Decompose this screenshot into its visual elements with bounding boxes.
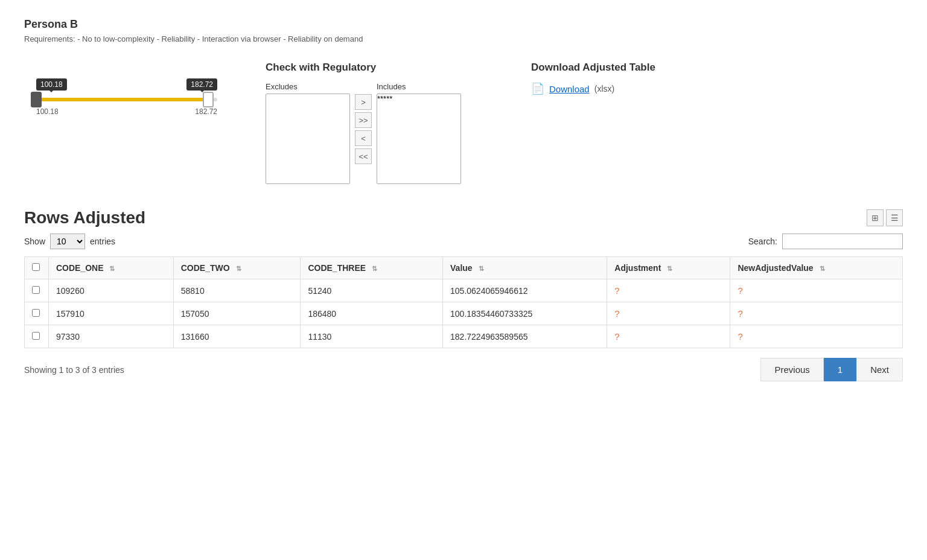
th-code-one[interactable]: CODE_ONE ⇅	[49, 257, 174, 279]
next-button[interactable]: Next	[856, 358, 903, 381]
code-three-cell: 186480	[301, 302, 443, 325]
table-head: CODE_ONE ⇅ CODE_TWO ⇅ CODE_THREE ⇅ Value…	[25, 257, 903, 279]
table-controls: Show 10 25 50 100 entries Search:	[24, 234, 903, 249]
code-two-cell: 131660	[173, 325, 301, 348]
grid-icon: ⊞	[871, 213, 879, 223]
table-icon-buttons: ⊞ ☰	[867, 209, 903, 226]
top-section: 100.18 182.72 100.18 182.72 Check with R…	[24, 62, 903, 184]
row-0-checkbox[interactable]	[32, 286, 40, 294]
sort-arrows-code-two: ⇅	[236, 265, 241, 273]
th-code-two[interactable]: CODE_TWO ⇅	[173, 257, 301, 279]
value-cell: 105.0624065946612	[443, 279, 607, 302]
question-mark: ?	[614, 331, 619, 342]
value-cell: 100.18354460733325	[443, 302, 607, 325]
regulatory-controls: Excludes > >> < << Includes *****	[266, 82, 495, 184]
slider-max-label: 182.72	[195, 107, 217, 116]
includes-listbox[interactable]: *****	[377, 94, 461, 184]
slider-right-tooltip: 182.72	[186, 78, 217, 91]
table-header-row: Rows Adjusted ⊞ ☰	[24, 208, 903, 228]
adjustment-cell: ?	[607, 325, 730, 348]
previous-button[interactable]: Previous	[760, 358, 823, 381]
th-value[interactable]: Value ⇅	[443, 257, 607, 279]
code-three-cell: 51240	[301, 279, 443, 302]
table-grid-icon-btn[interactable]: ⊞	[867, 209, 884, 226]
sort-arrows-new-adjusted: ⇅	[820, 265, 825, 273]
page-title: Persona B	[24, 18, 903, 31]
slider-container: 100.18 182.72 100.18 182.72	[24, 62, 229, 116]
select-all-checkbox[interactable]	[32, 263, 40, 271]
question-mark: ?	[737, 331, 742, 342]
download-format: (xlsx)	[594, 84, 614, 94]
adjustment-cell: ?	[607, 279, 730, 302]
table-title: Rows Adjusted	[24, 208, 145, 228]
adjustment-cell: ?	[607, 302, 730, 325]
search-input[interactable]	[782, 234, 903, 249]
slider-thumb-left[interactable]	[31, 92, 42, 107]
code-one-cell: 109260	[49, 279, 174, 302]
download-file-icon: 📄	[531, 82, 544, 95]
pagination-buttons: Previous 1 Next	[760, 358, 903, 381]
download-link-container: 📄 Download (xlsx)	[531, 82, 688, 95]
row-checkbox-cell	[25, 325, 49, 348]
new-adjusted-cell: ?	[730, 279, 903, 302]
table-row: 1092605881051240105.0624065946612??	[25, 279, 903, 302]
code-one-cell: 157910	[49, 302, 174, 325]
page-1-button[interactable]: 1	[824, 358, 856, 381]
includes-label: Includes	[377, 82, 461, 91]
includes-group: Includes *****	[377, 82, 461, 184]
excludes-group: Excludes	[266, 82, 350, 184]
sort-arrows-value: ⇅	[479, 265, 484, 273]
excludes-listbox[interactable]	[266, 94, 350, 184]
move-right-btn[interactable]: >	[355, 94, 372, 110]
download-title: Download Adjusted Table	[531, 62, 688, 74]
slider-min-label: 100.18	[36, 107, 59, 116]
slider-labels: 100.18 182.72	[36, 107, 217, 116]
new-adjusted-cell: ?	[730, 325, 903, 348]
move-all-right-btn[interactable]: >>	[355, 112, 372, 128]
sort-arrows-adjustment: ⇅	[667, 265, 672, 273]
entries-select[interactable]: 10 25 50 100	[50, 234, 85, 249]
row-1-checkbox[interactable]	[32, 309, 40, 317]
search-box: Search:	[748, 234, 903, 249]
table-list-icon-btn[interactable]: ☰	[886, 209, 903, 226]
table-header-row-el: CODE_ONE ⇅ CODE_TWO ⇅ CODE_THREE ⇅ Value…	[25, 257, 903, 279]
slider-fill	[36, 98, 208, 101]
question-mark: ?	[737, 285, 742, 296]
slider-left-tooltip: 100.18	[36, 78, 67, 91]
code-one-cell: 97330	[49, 325, 174, 348]
row-2-checkbox[interactable]	[32, 332, 40, 340]
question-mark: ?	[614, 308, 619, 319]
slider-wrapper: 100.18 182.72 100.18 182.72	[36, 98, 217, 116]
download-link[interactable]: Download	[549, 84, 590, 94]
show-entries-control: Show 10 25 50 100 entries	[24, 234, 115, 249]
table-section: Rows Adjusted ⊞ ☰ Show 10 25 50 100 entr…	[24, 208, 903, 381]
table-body: 1092605881051240105.0624065946612??15791…	[25, 279, 903, 348]
th-code-three[interactable]: CODE_THREE ⇅	[301, 257, 443, 279]
move-all-left-btn[interactable]: <<	[355, 148, 372, 164]
th-checkbox	[25, 257, 49, 279]
th-new-adjusted[interactable]: NewAdjustedValue ⇅	[730, 257, 903, 279]
reg-transfer-buttons: > >> < <<	[355, 82, 372, 164]
row-checkbox-cell	[25, 302, 49, 325]
row-checkbox-cell	[25, 279, 49, 302]
th-adjustment[interactable]: Adjustment ⇅	[607, 257, 730, 279]
sort-arrows-code-one: ⇅	[109, 265, 115, 273]
showing-text: Showing 1 to 3 of 3 entries	[24, 365, 124, 375]
table-row: 9733013166011130182.7224963589565??	[25, 325, 903, 348]
question-mark: ?	[737, 308, 742, 319]
search-label: Search:	[748, 237, 777, 246]
includes-option[interactable]: *****	[377, 94, 460, 104]
pagination-row: Showing 1 to 3 of 3 entries Previous 1 N…	[24, 358, 903, 381]
entries-label: entries	[90, 237, 115, 246]
code-three-cell: 11130	[301, 325, 443, 348]
download-section: Download Adjusted Table 📄 Download (xlsx…	[531, 62, 688, 95]
value-cell: 182.7224963589565	[443, 325, 607, 348]
code-two-cell: 157050	[173, 302, 301, 325]
table-row: 157910157050186480100.18354460733325??	[25, 302, 903, 325]
slider-track[interactable]	[36, 98, 217, 101]
regulatory-title: Check with Regulatory	[266, 62, 495, 74]
move-left-btn[interactable]: <	[355, 130, 372, 146]
code-two-cell: 58810	[173, 279, 301, 302]
slider-thumb-right[interactable]	[203, 92, 214, 107]
question-mark: ?	[614, 285, 619, 296]
